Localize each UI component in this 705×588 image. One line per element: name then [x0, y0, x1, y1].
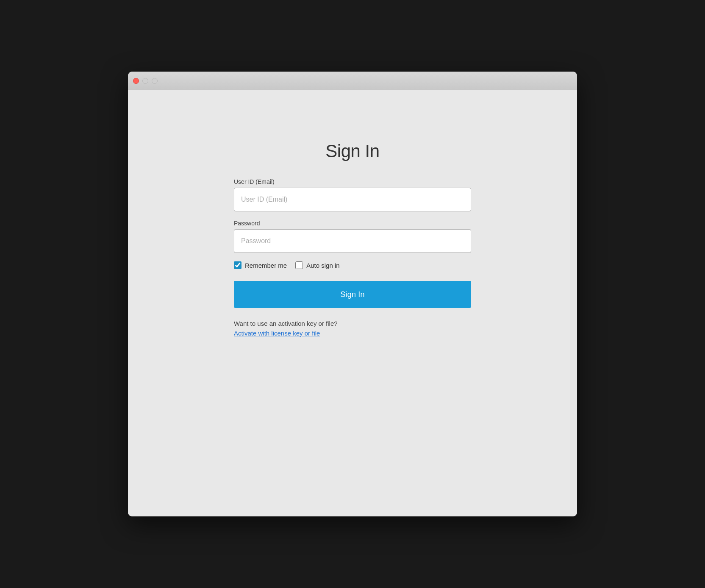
sign-in-form: Sign In User ID (Email) Password Remembe… [234, 141, 471, 337]
auto-sign-in-checkbox[interactable] [295, 261, 303, 269]
titlebar [128, 72, 577, 90]
sign-in-button[interactable]: Sign In [234, 281, 471, 308]
checkboxes-row: Remember me Auto sign in [234, 261, 471, 269]
window-content: Sign In User ID (Email) Password Remembe… [128, 90, 577, 516]
activation-section: Want to use an activation key or file? A… [234, 320, 471, 337]
remember-me-label: Remember me [245, 262, 287, 269]
close-button[interactable] [133, 78, 139, 84]
page-title: Sign In [234, 141, 471, 161]
userid-label: User ID (Email) [234, 178, 471, 185]
remember-me-checkbox[interactable] [234, 261, 241, 269]
auto-sign-in-label: Auto sign in [306, 262, 339, 269]
app-window: Sign In User ID (Email) Password Remembe… [128, 72, 577, 516]
remember-me-checkbox-item[interactable]: Remember me [234, 261, 287, 269]
minimize-button[interactable] [142, 78, 148, 84]
password-label: Password [234, 220, 471, 227]
password-input[interactable] [234, 229, 471, 253]
auto-sign-in-checkbox-item[interactable]: Auto sign in [295, 261, 339, 269]
maximize-button[interactable] [152, 78, 158, 84]
activation-link[interactable]: Activate with license key or file [234, 330, 471, 337]
activation-question: Want to use an activation key or file? [234, 320, 471, 327]
userid-input[interactable] [234, 188, 471, 211]
